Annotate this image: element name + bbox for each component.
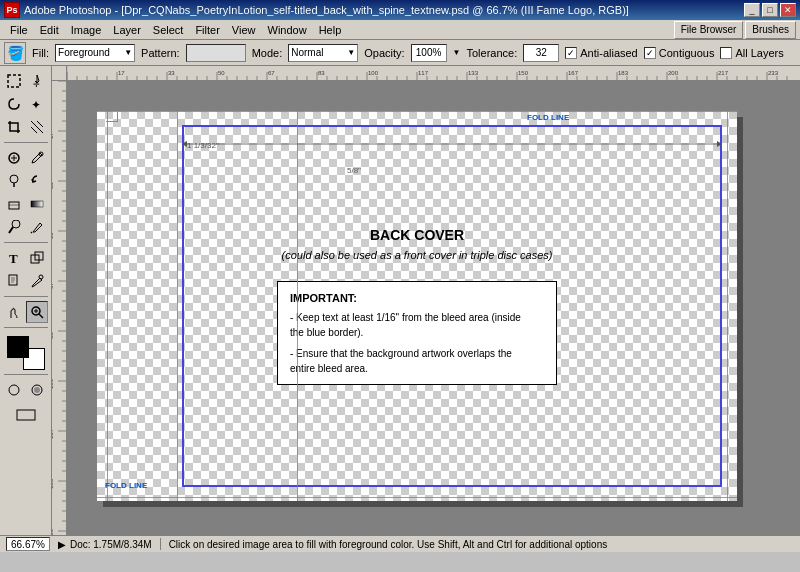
zoom-level[interactable]: 66.67% bbox=[6, 537, 50, 551]
svg-text:67: 67 bbox=[52, 282, 54, 289]
slice-tool[interactable] bbox=[26, 116, 48, 138]
canvas-area[interactable]: // Will be generated by JS below 1733506… bbox=[52, 66, 800, 535]
vertical-ruler: 1733506783100117133150 bbox=[52, 81, 67, 535]
close-button[interactable]: ✕ bbox=[780, 3, 796, 17]
svg-text:100: 100 bbox=[368, 70, 379, 76]
svg-text:150: 150 bbox=[52, 528, 54, 535]
ruler-corner bbox=[52, 66, 67, 81]
menu-window[interactable]: Window bbox=[262, 22, 313, 38]
anti-aliased-checkbox[interactable] bbox=[565, 47, 577, 59]
all-layers-group: All Layers bbox=[720, 47, 783, 59]
important-box: IMPORTANT: - Keep text at least 1/16" fr… bbox=[277, 281, 557, 386]
menu-file[interactable]: File bbox=[4, 22, 34, 38]
important-line-5: entire bleed area. bbox=[290, 361, 544, 376]
quick-mask-button[interactable] bbox=[26, 379, 48, 401]
hand-tool[interactable] bbox=[3, 301, 25, 323]
text-tool[interactable]: T bbox=[3, 247, 25, 269]
all-layers-checkbox[interactable] bbox=[720, 47, 732, 59]
contiguous-group: Contiguous bbox=[644, 47, 715, 59]
mode-row bbox=[3, 379, 48, 401]
color-swatches[interactable] bbox=[7, 336, 45, 370]
tool-row-10 bbox=[3, 301, 48, 323]
document-canvas[interactable]: FOLD LINE FOLD LINE 1 1/3/32" 5/8" BACK … bbox=[97, 111, 737, 501]
magic-wand-tool[interactable]: ✦ bbox=[26, 93, 48, 115]
menu-select[interactable]: Select bbox=[147, 22, 190, 38]
contiguous-checkbox[interactable] bbox=[644, 47, 656, 59]
svg-marker-170 bbox=[717, 141, 722, 147]
svg-text:133: 133 bbox=[468, 70, 479, 76]
eraser-tool[interactable] bbox=[3, 193, 25, 215]
menu-image[interactable]: Image bbox=[65, 22, 108, 38]
dodge-tool[interactable] bbox=[3, 216, 25, 238]
pattern-label: Pattern: bbox=[141, 47, 180, 59]
tool-row-4 bbox=[3, 147, 48, 169]
maximize-button[interactable]: □ bbox=[762, 3, 778, 17]
svg-text:133: 133 bbox=[52, 478, 54, 489]
clone-stamp-tool[interactable] bbox=[3, 170, 25, 192]
brush-tool[interactable] bbox=[26, 147, 48, 169]
all-layers-label: All Layers bbox=[735, 47, 783, 59]
tool-row-5 bbox=[3, 170, 48, 192]
zoom-tool[interactable] bbox=[26, 301, 48, 323]
move-tool[interactable]: ✛ bbox=[26, 70, 48, 92]
svg-rect-0 bbox=[8, 75, 20, 87]
corner-marker-tl bbox=[106, 112, 118, 122]
shape-tool[interactable] bbox=[26, 247, 48, 269]
mode-label: Mode: bbox=[252, 47, 283, 59]
tool-row-7 bbox=[3, 216, 48, 238]
menu-layer[interactable]: Layer bbox=[107, 22, 147, 38]
tool-separator-4 bbox=[4, 327, 48, 328]
svg-rect-20 bbox=[17, 410, 35, 420]
file-browser-button[interactable]: File Browser bbox=[674, 21, 744, 39]
svg-text:50: 50 bbox=[218, 70, 225, 76]
rectangular-marquee-tool[interactable] bbox=[3, 70, 25, 92]
pattern-preview[interactable] bbox=[186, 44, 246, 62]
fill-dropdown[interactable]: Foreground ▼ bbox=[55, 44, 135, 62]
menu-view[interactable]: View bbox=[226, 22, 262, 38]
svg-text:233: 233 bbox=[768, 70, 779, 76]
svg-text:33: 33 bbox=[168, 70, 175, 76]
screen-mode-button[interactable] bbox=[4, 404, 48, 426]
tool-row-1: ✛ bbox=[3, 70, 48, 92]
current-tool-icon: 🪣 bbox=[4, 42, 26, 64]
mode-dropdown[interactable]: Normal ▼ bbox=[288, 44, 358, 62]
foreground-color-swatch[interactable] bbox=[7, 336, 29, 358]
measure-h2: 5/8" bbox=[347, 166, 361, 175]
standard-mode-button[interactable] bbox=[3, 379, 25, 401]
eyedropper-tool[interactable] bbox=[26, 270, 48, 292]
title-controls[interactable]: _ □ ✕ bbox=[744, 3, 796, 17]
anti-aliased-label: Anti-aliased bbox=[580, 47, 637, 59]
history-brush-tool[interactable] bbox=[26, 170, 48, 192]
menu-filter[interactable]: Filter bbox=[189, 22, 225, 38]
gradient-tool[interactable] bbox=[26, 193, 48, 215]
opacity-input[interactable]: 100% bbox=[411, 44, 447, 62]
svg-text:183: 183 bbox=[618, 70, 629, 76]
tool-separator-2 bbox=[4, 242, 48, 243]
tool-row-2: ✦ bbox=[3, 93, 48, 115]
guide-v-center bbox=[297, 111, 298, 501]
svg-point-9 bbox=[12, 220, 20, 228]
doc-info-arrow: ▶ bbox=[58, 539, 66, 550]
menu-help[interactable]: Help bbox=[313, 22, 348, 38]
back-cover-title: BACK COVER bbox=[370, 227, 464, 243]
title-bar-left: Ps Adobe Photoshop - [Dpr_CQNabs_PoetryI… bbox=[4, 2, 629, 18]
tolerance-input[interactable]: 32 bbox=[523, 44, 559, 62]
lasso-tool[interactable] bbox=[3, 93, 25, 115]
brushes-button[interactable]: Brushes bbox=[745, 21, 796, 39]
options-bar: 🪣 Fill: Foreground ▼ Pattern: Mode: Norm… bbox=[0, 40, 800, 66]
pen-tool[interactable] bbox=[26, 216, 48, 238]
svg-text:50: 50 bbox=[52, 232, 54, 239]
healing-brush-tool[interactable] bbox=[3, 147, 25, 169]
minimize-button[interactable]: _ bbox=[744, 3, 760, 17]
svg-text:100: 100 bbox=[52, 378, 54, 389]
tolerance-label: Tolerance: bbox=[467, 47, 518, 59]
menu-edit[interactable]: Edit bbox=[34, 22, 65, 38]
crop-tool[interactable] bbox=[3, 116, 25, 138]
svg-point-17 bbox=[9, 385, 19, 395]
svg-text:83: 83 bbox=[52, 332, 54, 339]
svg-point-6 bbox=[10, 175, 18, 183]
notes-tool[interactable] bbox=[3, 270, 25, 292]
toolbar: ✛ ✦ bbox=[0, 66, 52, 535]
back-cover-subtitle: (could also be used as a front cover in … bbox=[282, 249, 553, 261]
svg-text:150: 150 bbox=[518, 70, 529, 76]
